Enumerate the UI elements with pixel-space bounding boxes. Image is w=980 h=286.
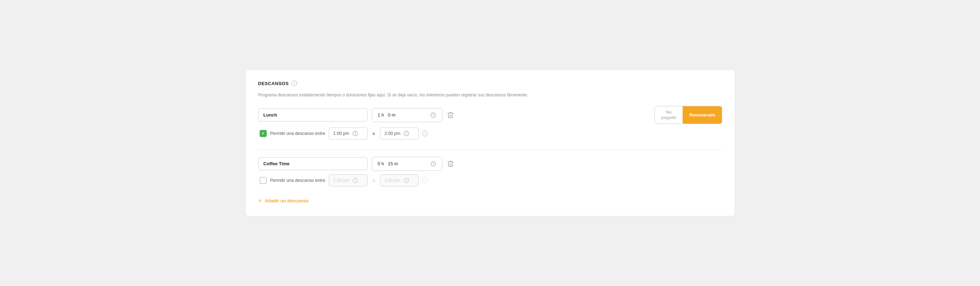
clock-icon-range-end-lunch <box>403 130 410 137</box>
sub-row-lunch: Permitir una descanso entre 1:00 pm a 2:… <box>259 128 722 142</box>
range-start-text-coffee: 1:00 pm <box>333 178 349 183</box>
section-title: DESCANSOS <box>258 81 289 86</box>
descansos-card: DESCANSOS i Programa descansos estableci… <box>245 70 735 216</box>
section-header: DESCANSOS i <box>258 80 722 86</box>
delete-coffee-icon[interactable] <box>447 160 454 168</box>
break-row-lunch: 1 h 0 m Nopagado Remunerado <box>258 106 722 124</box>
range-start-lunch[interactable]: 1:00 pm <box>329 128 368 139</box>
duration-text-lunch: 1 h 0 m <box>378 112 426 118</box>
range-end-text-coffee: 2:00 pm <box>385 178 400 183</box>
clock-icon-range-start-coffee <box>352 177 358 184</box>
range-end-lunch[interactable]: 2:00 pm <box>380 128 419 139</box>
section-description: Programa descansos estableciendo tiempos… <box>258 92 722 98</box>
duration-box-lunch: 1 h 0 m <box>372 108 442 122</box>
add-break-label: Añadir un descanso <box>264 198 308 203</box>
range-start-text-lunch: 1:00 pm <box>333 131 349 136</box>
clock-icon-lunch <box>430 112 436 118</box>
allow-range-checkbox-lunch[interactable] <box>259 130 267 137</box>
clock-icon-coffee <box>430 161 436 167</box>
a-separator-lunch: a <box>372 131 375 136</box>
allow-range-checkbox-coffee[interactable] <box>259 177 267 184</box>
add-icon: + <box>258 198 262 204</box>
duration-text-coffee: 0 h 15 m <box>378 161 426 166</box>
allow-range-label-lunch: Permitir una descanso entre <box>270 131 325 136</box>
range-end-text-lunch: 2:00 pm <box>385 131 400 136</box>
range-info-icon-coffee: i <box>422 177 428 183</box>
section-info-icon[interactable]: i <box>291 80 297 86</box>
break-name-input-lunch[interactable] <box>258 109 368 121</box>
a-separator-coffee: a <box>372 178 375 183</box>
range-end-coffee: 2:00 pm <box>380 174 419 187</box>
clock-icon-range-start-lunch <box>352 130 358 137</box>
remunerado-btn-lunch[interactable]: Remunerado <box>682 106 721 124</box>
range-info-icon-lunch[interactable]: i <box>422 131 428 136</box>
pay-toggle-lunch: Nopagado Remunerado <box>654 106 722 124</box>
range-start-coffee: 1:00 pm <box>329 174 368 187</box>
break-name-input-coffee[interactable] <box>258 157 368 170</box>
no-pagado-btn-lunch[interactable]: Nopagado <box>655 106 682 124</box>
add-break-button[interactable]: + Añadir un descanso <box>258 197 309 206</box>
clock-icon-range-end-coffee <box>403 177 410 184</box>
separator-1 <box>258 149 722 150</box>
allow-range-label-coffee: Permitir una descanso entre <box>270 178 325 183</box>
duration-box-coffee: 0 h 15 m <box>372 157 442 171</box>
delete-lunch-icon[interactable] <box>447 111 454 119</box>
break-row-coffee: 0 h 15 m <box>258 157 722 171</box>
sub-row-coffee: Permitir una descanso entre 1:00 pm a 2:… <box>259 174 722 189</box>
